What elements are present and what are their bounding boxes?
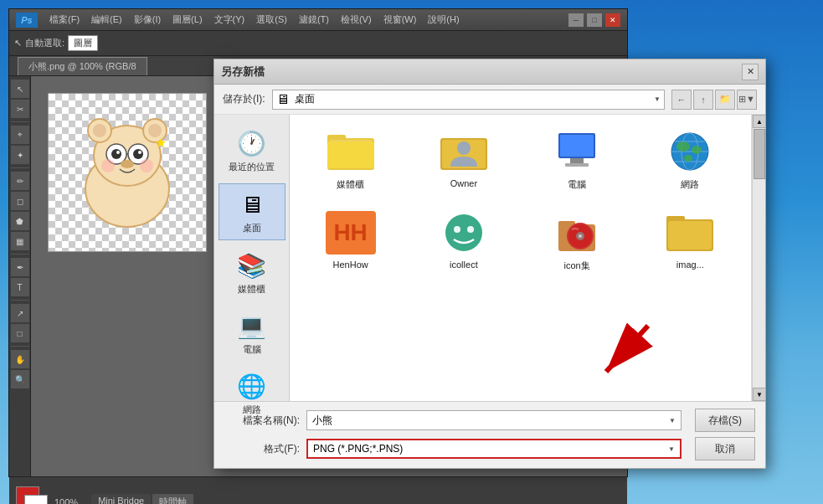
new-folder-btn[interactable]: 📁 <box>715 90 735 110</box>
paint-bucket[interactable]: ⬟ <box>11 212 29 230</box>
svg-point-14 <box>101 159 115 172</box>
back-btn[interactable]: ← <box>671 90 692 110</box>
color-selector[interactable] <box>16 486 48 505</box>
cancel-button[interactable]: 取消 <box>695 437 755 460</box>
scrollbar-track[interactable] <box>753 128 765 388</box>
magic-wand[interactable]: ✦ <box>11 146 29 164</box>
file-computer[interactable]: 電腦 <box>525 123 630 196</box>
canvas-checkerboard: ★ <box>49 94 206 251</box>
svg-text:★: ★ <box>155 136 167 150</box>
ps-bottom: 100% Mini Bridge 時間軸 <box>9 476 627 504</box>
maximize-btn[interactable]: □ <box>587 13 602 27</box>
view-options-btn[interactable]: ⊞▼ <box>737 90 757 110</box>
svg-point-35 <box>684 155 692 162</box>
save-in-label: 儲存於(I): <box>223 92 265 106</box>
type-tool[interactable]: T <box>11 278 29 296</box>
media-nav-icon: 📚 <box>235 250 269 280</box>
timeline-tab[interactable]: 時間軸 <box>152 494 193 504</box>
filename-dropdown-arrow: ▼ <box>669 417 676 424</box>
svg-point-37 <box>454 226 460 233</box>
icollect-label: icollect <box>450 260 478 270</box>
svg-point-15 <box>140 159 153 172</box>
menu-image[interactable]: 影像(I) <box>129 12 166 28</box>
dialog-scrollbar: ▲ ▼ <box>752 115 765 401</box>
network-label: 網路 <box>681 178 699 191</box>
menu-filter[interactable]: 濾鏡(T) <box>294 12 334 28</box>
ps-menu: 檔案(F) 編輯(E) 影像(I) 圖層(L) 文字(Y) 選取(S) 濾鏡(T… <box>44 12 568 28</box>
select-tool[interactable]: ↖ <box>11 80 29 98</box>
media-library-label: 媒體櫃 <box>337 178 364 191</box>
svg-rect-26 <box>570 158 584 163</box>
ps-bottom-tabs: Mini Bridge 時間軸 <box>91 494 193 504</box>
save-button[interactable]: 存檔(S) <box>695 409 755 432</box>
icon-collection-label: icon集 <box>564 260 590 272</box>
crop-tool[interactable]: ✂ <box>11 100 29 118</box>
menu-edit[interactable]: 編輯(E) <box>86 12 127 28</box>
svg-point-11 <box>138 151 141 154</box>
filename-input[interactable]: 小熊 ▼ <box>306 410 682 430</box>
desktop-nav-icon: 🖥 <box>235 189 269 219</box>
nav-computer[interactable]: 💻 電腦 <box>219 306 285 361</box>
file-icollect[interactable]: icollect <box>411 204 516 277</box>
brush-tool[interactable]: ✏ <box>11 172 29 190</box>
ps-canvas: ★ <box>48 93 207 252</box>
nav-recent-label: 最近的位置 <box>229 161 275 173</box>
layer-select[interactable]: 圖層 <box>68 35 98 51</box>
menu-view[interactable]: 檢視(V) <box>336 12 377 28</box>
svg-point-9 <box>133 149 143 159</box>
menu-layer[interactable]: 圖層(L) <box>167 12 207 28</box>
close-btn[interactable]: ✕ <box>605 13 620 27</box>
scroll-down-btn[interactable]: ▼ <box>753 388 766 401</box>
menu-help[interactable]: 說明(H) <box>423 12 464 28</box>
dialog-files: 媒體櫃 Owner <box>290 115 752 401</box>
scrollbar-thumb[interactable] <box>754 129 765 179</box>
background-color[interactable] <box>24 495 48 505</box>
file-network[interactable]: 網路 <box>638 123 743 196</box>
gradient-tool[interactable]: ▦ <box>11 232 29 250</box>
icollect-icon <box>437 209 491 256</box>
dialog-titlebar: 另存新檔 ✕ <box>214 59 765 85</box>
shape-tool[interactable]: □ <box>11 324 29 342</box>
nav-media[interactable]: 📚 媒體櫃 <box>219 245 285 301</box>
dropdown-arrow-icon: ▼ <box>654 95 661 103</box>
file-images[interactable]: imag... <box>638 204 743 277</box>
bear-artwork: ★ <box>64 105 190 239</box>
format-dropdown-arrow: ▼ <box>668 445 675 453</box>
nav-recent[interactable]: 🕐 最近的位置 <box>219 123 285 178</box>
nav-desktop-label: 桌面 <box>243 222 261 234</box>
forward-btn[interactable]: ↑ <box>693 90 713 110</box>
scroll-up-btn[interactable]: ▲ <box>753 115 766 128</box>
menu-window[interactable]: 視窗(W) <box>378 12 422 28</box>
computer-label: 電腦 <box>568 178 586 191</box>
menu-file[interactable]: 檔案(F) <box>44 12 85 28</box>
svg-rect-20 <box>327 141 374 168</box>
mini-bridge-tab[interactable]: Mini Bridge <box>91 494 151 504</box>
file-henhow[interactable]: HH HenHow <box>298 204 403 277</box>
file-icon-collection[interactable]: icon集 <box>525 204 630 277</box>
minimize-btn[interactable]: ─ <box>568 13 584 27</box>
svg-rect-25 <box>560 135 594 157</box>
nav-desktop[interactable]: 🖥 桌面 <box>219 183 285 240</box>
pen-tool[interactable]: ✒ <box>11 258 29 276</box>
svg-point-38 <box>467 226 474 233</box>
plain-folder-icon <box>663 209 717 256</box>
eraser-tool[interactable]: ◻ <box>11 192 29 210</box>
dialog-body: 🕐 最近的位置 🖥 桌面 📚 媒體櫃 💻 電腦 🌐 網路 <box>214 115 765 401</box>
dialog-close-button[interactable]: ✕ <box>742 64 759 80</box>
recent-icon: 🕐 <box>235 128 269 158</box>
save-location-select[interactable]: 🖥 桌面 ▼ <box>272 90 665 110</box>
file-owner[interactable]: Owner <box>411 123 516 196</box>
henhow-icon: HH <box>324 209 378 256</box>
file-media-library[interactable]: 媒體櫃 <box>298 123 403 196</box>
menu-select[interactable]: 選取(S) <box>251 12 292 28</box>
ps-options-toolbar: ↖ 自動選取: 圖層 <box>9 31 627 56</box>
zoom-tool[interactable]: 🔍 <box>11 370 29 388</box>
images-label: imag... <box>676 260 704 270</box>
lasso-tool[interactable]: ⌖ <box>11 126 29 144</box>
canvas-tab[interactable]: 小熊.png @ 100% (RGB/8 <box>18 57 147 75</box>
path-select[interactable]: ↗ <box>11 304 29 322</box>
menu-type[interactable]: 文字(Y) <box>209 12 250 28</box>
svg-point-10 <box>116 151 120 154</box>
hand-tool[interactable]: ✋ <box>11 350 29 368</box>
format-input[interactable]: PNG (*.PNG;*.PNS) ▼ <box>306 439 682 459</box>
